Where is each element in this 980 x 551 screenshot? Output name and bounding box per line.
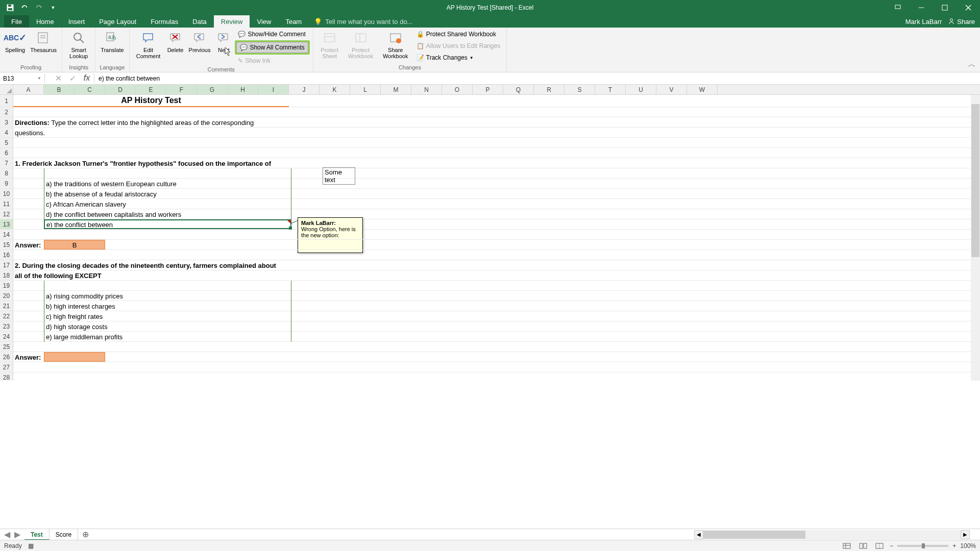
tab-home[interactable]: Home xyxy=(29,15,61,28)
macro-record-icon[interactable]: ▦ xyxy=(28,542,34,549)
row-header[interactable]: 28 xyxy=(0,372,13,381)
row-header[interactable]: 22 xyxy=(0,311,13,321)
tell-me-search[interactable]: 💡 Tell me what you want to do... xyxy=(314,18,412,26)
add-sheet-button[interactable]: ⊕ xyxy=(78,529,93,540)
col-header[interactable]: O xyxy=(442,85,473,94)
row-header[interactable]: 6 xyxy=(0,148,13,158)
row-header[interactable]: 27 xyxy=(0,362,13,372)
vertical-scrollbar[interactable] xyxy=(971,95,980,381)
answer-cell-q1[interactable]: B xyxy=(44,240,105,249)
cancel-formula-icon[interactable]: ✕ xyxy=(53,73,63,83)
user-name[interactable]: Mark LaBarr xyxy=(905,18,942,26)
col-header[interactable]: E xyxy=(136,85,166,94)
share-button[interactable]: Share xyxy=(948,18,975,26)
row-header[interactable]: 11 xyxy=(0,199,13,209)
ribbon-display-icon[interactable] xyxy=(886,0,910,15)
scroll-left-icon[interactable]: ◀ xyxy=(694,530,703,539)
row-header[interactable]: 3 xyxy=(0,117,13,127)
scroll-right-icon[interactable]: ▶ xyxy=(961,530,970,539)
tab-data[interactable]: Data xyxy=(185,15,213,28)
scrollbar-thumb[interactable] xyxy=(971,104,979,257)
row-header[interactable]: 9 xyxy=(0,179,13,188)
protect-workbook-button[interactable]: Protect Workbook xyxy=(344,29,378,60)
row-header[interactable]: 23 xyxy=(0,321,13,331)
row-header[interactable]: 12 xyxy=(0,209,13,219)
col-header[interactable]: A xyxy=(13,85,44,94)
row-header[interactable]: 25 xyxy=(0,342,13,352)
view-page-break-icon[interactable] xyxy=(873,541,886,550)
save-icon[interactable] xyxy=(4,2,16,14)
show-hide-comment-button[interactable]: 💬 Show/Hide Comment xyxy=(235,29,309,40)
col-header[interactable]: F xyxy=(166,85,197,94)
translate-button[interactable]: aあ Translate xyxy=(99,29,126,54)
zoom-out-button[interactable]: − xyxy=(890,542,893,549)
col-header[interactable]: R xyxy=(534,85,565,94)
row-header[interactable]: 24 xyxy=(0,332,13,341)
spelling-button[interactable]: ABC✓ Spelling xyxy=(3,29,27,54)
col-header[interactable]: Q xyxy=(503,85,534,94)
col-header[interactable]: S xyxy=(565,85,595,94)
col-header[interactable]: C xyxy=(75,85,105,94)
close-icon[interactable] xyxy=(957,0,980,15)
tab-page-layout[interactable]: Page Layout xyxy=(92,15,143,28)
zoom-slider[interactable] xyxy=(897,545,948,547)
thesaurus-button[interactable]: Thesaurus xyxy=(28,29,59,54)
delete-comment-button[interactable]: Delete xyxy=(165,29,186,54)
maximize-icon[interactable] xyxy=(933,0,957,15)
sheet-nav-prev-icon[interactable]: ◀ xyxy=(4,530,10,539)
tab-view[interactable]: View xyxy=(250,15,278,28)
row-header[interactable]: 17 xyxy=(0,260,13,270)
col-header[interactable]: P xyxy=(473,85,503,94)
scrollbar-thumb[interactable] xyxy=(703,531,805,539)
col-header[interactable]: V xyxy=(656,85,687,94)
show-ink-button[interactable]: ✎ Show Ink xyxy=(235,55,309,66)
zoom-in-button[interactable]: + xyxy=(952,542,956,549)
tab-review[interactable]: Review xyxy=(214,15,250,28)
collapse-ribbon-icon[interactable]: ︿ xyxy=(968,59,976,70)
qat-dropdown-icon[interactable]: ▼ xyxy=(47,2,59,14)
view-normal-icon[interactable] xyxy=(841,541,853,550)
edit-comment-button[interactable]: Edit Comment xyxy=(133,29,164,60)
row-header[interactable]: 2 xyxy=(0,107,13,117)
row-header[interactable]: 19 xyxy=(0,281,13,290)
name-box[interactable]: B13 ▼ xyxy=(0,74,45,83)
previous-comment-button[interactable]: Previous xyxy=(187,29,213,54)
row-header[interactable]: 16 xyxy=(0,250,13,260)
enter-formula-icon[interactable]: ✓ xyxy=(67,73,78,83)
col-header[interactable]: J xyxy=(289,85,320,94)
row-header[interactable]: 10 xyxy=(0,189,13,198)
col-header[interactable]: B xyxy=(44,85,75,94)
col-header[interactable]: T xyxy=(595,85,626,94)
row-header[interactable]: 1 xyxy=(0,95,13,107)
zoom-percent[interactable]: 100% xyxy=(960,542,976,549)
row-header[interactable]: 20 xyxy=(0,291,13,300)
show-all-comments-button[interactable]: 💬 Show All Comments xyxy=(236,42,308,53)
protect-shared-button[interactable]: 🔒 Protect Shared Workbook xyxy=(413,29,503,40)
track-changes-button[interactable]: 📝 Track Changes ▼ xyxy=(413,52,503,63)
row-header[interactable]: 14 xyxy=(0,230,13,239)
col-header[interactable]: K xyxy=(320,85,350,94)
sheet-nav-next-icon[interactable]: ▶ xyxy=(14,530,20,539)
row-header[interactable]: 4 xyxy=(0,128,13,137)
answer-cell-q2[interactable] xyxy=(44,352,105,362)
col-header[interactable]: H xyxy=(228,85,258,94)
sheet-tab-test[interactable]: Test xyxy=(24,529,50,540)
redo-icon[interactable] xyxy=(33,2,45,14)
col-header[interactable]: N xyxy=(411,85,442,94)
select-all-corner[interactable] xyxy=(0,85,13,94)
row-header[interactable]: 15 xyxy=(0,240,13,249)
share-workbook-button[interactable]: Share Workbook xyxy=(379,29,412,60)
sheet-tab-score[interactable]: Score xyxy=(50,529,78,540)
smart-lookup-button[interactable]: Smart Lookup xyxy=(65,29,92,60)
row-header[interactable]: 21 xyxy=(0,301,13,311)
col-header[interactable]: M xyxy=(381,85,411,94)
undo-icon[interactable] xyxy=(18,2,31,14)
row-header[interactable]: 7 xyxy=(0,158,13,168)
col-header[interactable]: I xyxy=(258,85,289,94)
grid-rows[interactable]: 1 AP History Test 2 3 Directions: Type t… xyxy=(0,95,980,381)
tab-insert[interactable]: Insert xyxy=(61,15,92,28)
row-header[interactable]: 18 xyxy=(0,270,13,280)
protect-sheet-button[interactable]: Protect Sheet xyxy=(316,29,343,60)
view-page-layout-icon[interactable] xyxy=(857,541,869,550)
allow-edit-ranges-button[interactable]: 📋 Allow Users to Edit Ranges xyxy=(413,40,503,52)
